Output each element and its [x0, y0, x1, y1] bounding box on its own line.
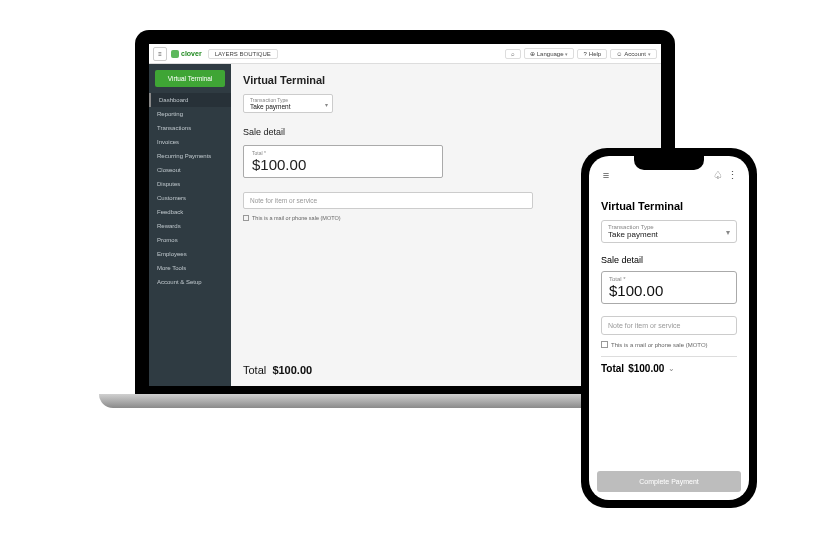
- total-input[interactable]: Total * $100.00: [243, 145, 443, 178]
- brand-logo[interactable]: clover: [171, 50, 202, 58]
- bell-icon[interactable]: ♤: [711, 168, 725, 182]
- sidebar-item-account-setup[interactable]: Account & Setup: [149, 275, 231, 289]
- checkbox-icon: [601, 341, 608, 348]
- checkbox-icon: [243, 215, 249, 221]
- user-icon: ☺: [616, 51, 622, 57]
- chevron-down-icon: ▾: [648, 51, 651, 57]
- more-icon[interactable]: ⋮: [725, 168, 739, 182]
- hamburger-icon[interactable]: ≡: [599, 168, 613, 182]
- sidebar-item-transactions[interactable]: Transactions: [149, 121, 231, 135]
- phone-mockup: ≡ ♤ ⋮ Virtual Terminal Transaction Type …: [581, 148, 757, 508]
- transaction-type-select[interactable]: Transaction Type Take payment ▾: [243, 94, 333, 113]
- sidebar: Virtual Terminal Dashboard Reporting Tra…: [149, 64, 231, 386]
- page-title: Virtual Terminal: [601, 200, 737, 212]
- complete-payment-button[interactable]: Complete Payment: [597, 471, 741, 492]
- sidebar-item-reporting[interactable]: Reporting: [149, 107, 231, 121]
- globe-icon: ⊕: [530, 50, 535, 57]
- account-button[interactable]: ☺ Account ▾: [610, 49, 657, 59]
- sidebar-item-invoices[interactable]: Invoices: [149, 135, 231, 149]
- phone-body: Virtual Terminal Transaction Type Take p…: [589, 186, 749, 465]
- help-button[interactable]: ? Help: [577, 49, 607, 59]
- note-input[interactable]: Note for item or service: [601, 316, 737, 335]
- total-input-value: $100.00: [252, 156, 434, 173]
- total-input-value: $100.00: [609, 282, 729, 299]
- sidebar-item-more-tools[interactable]: More Tools: [149, 261, 231, 275]
- language-label: Language: [537, 51, 564, 57]
- grand-total-label: Total: [243, 364, 266, 376]
- help-label: Help: [589, 51, 601, 57]
- top-bar: ≡ clover LAYERS BOUTIQUE ⌕ ⊕ Language ▾ …: [149, 44, 661, 64]
- virtual-terminal-button[interactable]: Virtual Terminal: [155, 70, 225, 87]
- transaction-type-value: Take payment: [250, 103, 326, 110]
- sidebar-item-closeout[interactable]: Closeout: [149, 163, 231, 177]
- leaf-icon: [171, 50, 179, 58]
- chevron-down-icon: ⌄: [668, 364, 675, 373]
- grand-total-row[interactable]: Total $100.00 ⌄: [601, 356, 737, 374]
- sale-detail-heading: Sale detail: [243, 127, 649, 137]
- moto-checkbox-row[interactable]: This is a mail or phone sale (MOTO): [601, 341, 737, 348]
- total-input[interactable]: Total * $100.00: [601, 271, 737, 304]
- transaction-type-value: Take payment: [608, 230, 730, 239]
- merchant-name[interactable]: LAYERS BOUTIQUE: [208, 49, 278, 59]
- sidebar-item-customers[interactable]: Customers: [149, 191, 231, 205]
- grand-total-value: $100.00: [628, 363, 664, 374]
- page-title: Virtual Terminal: [243, 74, 649, 86]
- grand-total-row: Total $100.00: [243, 364, 312, 376]
- grand-total-value: $100.00: [272, 364, 312, 376]
- sidebar-item-feedback[interactable]: Feedback: [149, 205, 231, 219]
- sidebar-item-rewards[interactable]: Rewards: [149, 219, 231, 233]
- moto-label: This is a mail or phone sale (MOTO): [252, 215, 341, 221]
- phone-notch: [634, 156, 704, 170]
- grand-total-label: Total: [601, 363, 624, 374]
- sidebar-item-promos[interactable]: Promos: [149, 233, 231, 247]
- sidebar-item-employees[interactable]: Employees: [149, 247, 231, 261]
- search-button[interactable]: ⌕: [505, 49, 521, 59]
- language-button[interactable]: ⊕ Language ▾: [524, 48, 575, 59]
- chevron-down-icon: ▾: [565, 51, 568, 57]
- help-icon: ?: [583, 51, 586, 57]
- sidebar-item-disputes[interactable]: Disputes: [149, 177, 231, 191]
- sidebar-item-recurring[interactable]: Recurring Payments: [149, 149, 231, 163]
- brand-text: clover: [181, 50, 202, 57]
- hamburger-icon[interactable]: ≡: [153, 47, 167, 61]
- chevron-down-icon: ▾: [726, 227, 730, 236]
- transaction-type-select[interactable]: Transaction Type Take payment ▾: [601, 220, 737, 243]
- sale-detail-heading: Sale detail: [601, 255, 737, 265]
- sidebar-item-dashboard[interactable]: Dashboard: [149, 93, 231, 107]
- note-input[interactable]: Note for item or service: [243, 192, 533, 209]
- phone-screen: ≡ ♤ ⋮ Virtual Terminal Transaction Type …: [589, 156, 749, 500]
- chevron-down-icon: ▾: [325, 100, 328, 107]
- account-label: Account: [624, 51, 646, 57]
- moto-label: This is a mail or phone sale (MOTO): [611, 342, 708, 348]
